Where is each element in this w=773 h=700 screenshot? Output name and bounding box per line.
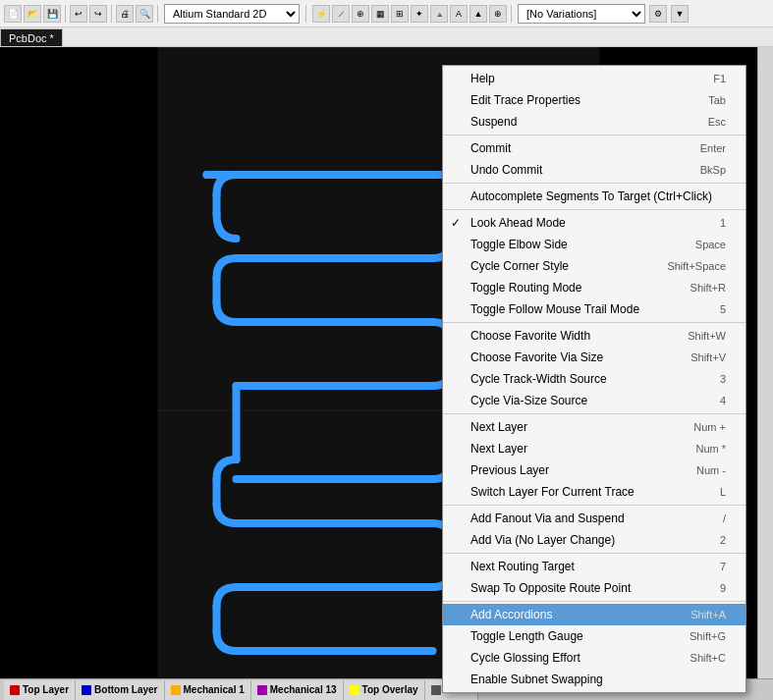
- menu-shortcut-toggle-gauge: Shift+G: [690, 630, 726, 642]
- menu-item-next-layer-plus[interactable]: Next LayerNum +: [443, 416, 745, 438]
- route-icon7[interactable]: ⟁: [430, 5, 448, 23]
- menu-item-label-toggle-follow: Toggle Follow Mouse Trail Mode: [470, 302, 700, 316]
- menu-item-cycle-corner[interactable]: Cycle Corner StyleShift+Space: [443, 255, 745, 277]
- sep5: [511, 5, 512, 23]
- menu-item-choose-width[interactable]: Choose Favorite WidthShift+W: [443, 325, 745, 347]
- menu-item-cycle-via-size[interactable]: Cycle Via-Size Source4: [443, 390, 745, 411]
- layer-name: Top Layer: [23, 684, 69, 695]
- menu-shortcut-next-layer-mul: Num *: [695, 443, 726, 455]
- menu-shortcut-cycle-corner: Shift+Space: [667, 260, 726, 272]
- menu-item-label-edit-trace: Edit Trace Properties: [470, 93, 689, 107]
- route-icon1[interactable]: ⚡: [312, 5, 330, 23]
- route-toolbar: ⚡ ⟋ ⊕ ▦ ⊞ ✦ ⟁ A ▲ ⊕: [312, 5, 514, 23]
- menu-item-label-autocomplete: Autocomplete Segments To Target (Ctrl+Cl…: [470, 189, 726, 203]
- menu-item-label-switch-layer: Switch Layer For Current Trace: [470, 485, 700, 499]
- menu-item-swap-opposite[interactable]: Swap To Opposite Route Point9: [443, 577, 745, 599]
- menu-separator: [443, 209, 745, 210]
- menu-separator: [443, 183, 745, 184]
- route-icon4[interactable]: ▦: [371, 5, 389, 23]
- menu-shortcut-toggle-elbow: Space: [695, 239, 726, 250]
- menu-item-label-add-fanout: Add Fanout Via and Suspend: [470, 512, 703, 525]
- menu-shortcut-swap-opposite: 9: [720, 582, 726, 594]
- route-icon5[interactable]: ⊞: [391, 5, 409, 23]
- menu-item-next-layer-mul[interactable]: Next LayerNum *: [443, 438, 745, 459]
- undo-icon[interactable]: ↩: [70, 5, 87, 23]
- route-icon3[interactable]: ⊕: [352, 5, 369, 23]
- layer-name: Top Overlay: [362, 684, 418, 695]
- menu-shortcut-edit-trace: Tab: [708, 94, 726, 106]
- menu-item-autocomplete[interactable]: Autocomplete Segments To Target (Ctrl+Cl…: [443, 186, 745, 207]
- variation-extra-icon[interactable]: ▼: [671, 5, 689, 23]
- menu-shortcut-toggle-follow: 5: [720, 303, 726, 315]
- layer-tab-bottom-layer[interactable]: Bottom Layer: [76, 680, 164, 700]
- route-icon2[interactable]: ⟋: [332, 5, 350, 23]
- tab-label: PcbDoc *: [9, 32, 54, 44]
- menu-separator: [443, 322, 745, 323]
- right-scrollbar[interactable]: [757, 47, 773, 678]
- menu-item-label-enable-subnet: Enable Subnet Swapping: [470, 673, 726, 686]
- menu-item-toggle-gauge[interactable]: Toggle Length GaugeShift+G: [443, 625, 745, 647]
- menu-item-toggle-routing[interactable]: Toggle Routing ModeShift+R: [443, 277, 745, 298]
- route-icon10[interactable]: ⊕: [489, 5, 507, 23]
- variation-settings-icon[interactable]: ⚙: [649, 5, 667, 23]
- main-toolbar: 📄 📂 💾 ↩ ↪ 🖨 🔍 Altium Standard 2D ⚡ ⟋ ⊕ ▦…: [0, 0, 773, 27]
- menu-item-edit-trace[interactable]: Edit Trace PropertiesTab: [443, 89, 745, 111]
- route-icon6[interactable]: ✦: [411, 5, 428, 23]
- redo-icon[interactable]: ↪: [89, 5, 107, 23]
- layer-name: Bottom Layer: [94, 684, 157, 695]
- menu-item-label-swap-opposite: Swap To Opposite Route Point: [470, 581, 700, 595]
- menu-item-toggle-elbow[interactable]: Toggle Elbow SideSpace: [443, 234, 745, 255]
- menu-item-commit[interactable]: CommitEnter: [443, 137, 745, 159]
- layer-color-dot: [350, 685, 359, 695]
- tab-bar: PcbDoc *: [0, 27, 773, 47]
- menu-item-label-undo-commit: Undo Commit: [470, 163, 681, 177]
- menu-shortcut-prev-layer: Num -: [696, 464, 726, 476]
- layer-tab-mechanical-1[interactable]: Mechanical 1: [165, 680, 251, 700]
- sep3: [157, 5, 158, 23]
- save-icon[interactable]: 💾: [43, 5, 61, 23]
- layer-tab-top-layer[interactable]: Top Layer: [4, 680, 76, 700]
- menu-item-prev-layer[interactable]: Previous LayerNum -: [443, 459, 745, 481]
- menu-item-label-toggle-gauge: Toggle Length Gauge: [470, 629, 670, 643]
- menu-item-undo-commit[interactable]: Undo CommitBkSp: [443, 159, 745, 181]
- menu-item-label-cycle-corner: Cycle Corner Style: [470, 259, 647, 273]
- menu-item-look-ahead[interactable]: Look Ahead Mode1: [443, 212, 745, 234]
- menu-item-toggle-follow[interactable]: Toggle Follow Mouse Trail Mode5: [443, 298, 745, 320]
- menu-shortcut-next-layer-plus: Num +: [693, 421, 726, 433]
- route-icon8[interactable]: A: [450, 5, 468, 23]
- zoom-icon[interactable]: 🔍: [136, 5, 153, 23]
- menu-item-suspend[interactable]: SuspendEsc: [443, 111, 745, 133]
- layer-color-dot: [10, 685, 20, 695]
- menu-item-help[interactable]: HelpF1: [443, 68, 745, 89]
- menu-item-choose-via[interactable]: Choose Favorite Via SizeShift+V: [443, 347, 745, 368]
- print-icon[interactable]: 🖨: [116, 5, 134, 23]
- view-mode-dropdown[interactable]: Altium Standard 2D: [164, 4, 300, 24]
- open-icon[interactable]: 📂: [24, 5, 41, 23]
- layer-tab-top-overlay[interactable]: Top Overlay: [344, 680, 425, 700]
- menu-shortcut-switch-layer: L: [720, 486, 726, 498]
- menu-item-add-fanout[interactable]: Add Fanout Via and Suspend/: [443, 508, 745, 529]
- menu-shortcut-cycle-glossing: Shift+C: [690, 652, 726, 664]
- new-icon[interactable]: 📄: [4, 5, 22, 23]
- variation-dropdown[interactable]: [No Variations]: [518, 4, 645, 24]
- menu-item-next-routing[interactable]: Next Routing Target7: [443, 556, 745, 577]
- menu-item-label-cycle-glossing: Cycle Glossing Effort: [470, 651, 671, 665]
- menu-separator: [443, 505, 745, 506]
- menu-item-label-commit: Commit: [470, 141, 681, 155]
- menu-separator: [443, 135, 745, 135]
- menu-item-enable-subnet[interactable]: Enable Subnet Swapping: [443, 669, 745, 690]
- menu-item-add-via[interactable]: Add Via (No Layer Change)2: [443, 529, 745, 551]
- menu-item-switch-layer[interactable]: Switch Layer For Current TraceL: [443, 481, 745, 503]
- menu-item-add-accordions[interactable]: Add AccordionsShift+A: [443, 604, 745, 625]
- menu-item-label-look-ahead: Look Ahead Mode: [470, 216, 700, 230]
- layer-tab-mechanical-13[interactable]: Mechanical 13: [251, 680, 344, 700]
- pcbdoc-tab[interactable]: PcbDoc *: [0, 28, 63, 46]
- menu-shortcut-look-ahead: 1: [720, 217, 726, 229]
- menu-item-label-add-accordions: Add Accordions: [470, 608, 671, 621]
- menu-item-cycle-glossing[interactable]: Cycle Glossing EffortShift+C: [443, 647, 745, 669]
- menu-item-label-toggle-elbow: Toggle Elbow Side: [470, 238, 676, 251]
- menu-item-cycle-track[interactable]: Cycle Track-Width Source3: [443, 368, 745, 390]
- menu-shortcut-add-via: 2: [720, 534, 726, 546]
- route-icon9[interactable]: ▲: [469, 5, 487, 23]
- menu-shortcut-commit: Enter: [700, 142, 726, 154]
